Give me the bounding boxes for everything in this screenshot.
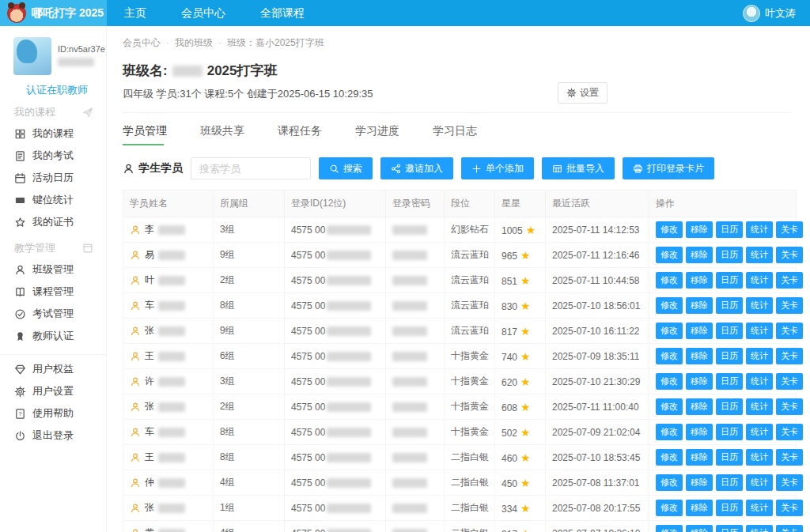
row-action-修改[interactable]: 修改	[656, 297, 683, 314]
row-action-统计[interactable]: 统计	[746, 525, 773, 532]
toolbar-button-邀请加入[interactable]: 邀请加入	[380, 157, 453, 179]
row-action-移除[interactable]: 移除	[686, 348, 713, 364]
row-action-移除[interactable]: 移除	[686, 221, 713, 238]
sidebar-item[interactable]: 课程管理	[0, 281, 106, 303]
row-action-统计[interactable]: 统计	[746, 272, 773, 289]
row-action-统计[interactable]: 统计	[746, 449, 773, 466]
row-action-修改[interactable]: 修改	[656, 449, 683, 466]
tab-学习进度[interactable]: 学习进度	[355, 124, 399, 145]
toolbar-button-打印登录卡片[interactable]: 打印登录卡片	[623, 157, 714, 179]
topbar-user[interactable]: 叶文涛	[743, 0, 810, 26]
row-action-关卡[interactable]: 关卡	[776, 323, 803, 339]
row-action-日历[interactable]: 日历	[716, 424, 743, 440]
row-action-移除[interactable]: 移除	[686, 373, 713, 390]
row-action-统计[interactable]: 统计	[746, 424, 773, 440]
sidebar-item[interactable]: 我的证书	[0, 211, 106, 233]
profile-avatar[interactable]	[13, 37, 51, 75]
row-action-日历[interactable]: 日历	[716, 500, 743, 516]
row-action-日历[interactable]: 日历	[716, 525, 743, 532]
search-input[interactable]	[191, 157, 311, 179]
row-action-日历[interactable]: 日历	[716, 297, 743, 314]
toolbar-button-搜索[interactable]: 搜索	[319, 157, 373, 179]
row-action-日历[interactable]: 日历	[716, 398, 743, 415]
row-action-日历[interactable]: 日历	[716, 323, 743, 339]
toolbar-label-text: 学生学员	[138, 161, 183, 175]
topbar-nav-item-1[interactable]: 会员中心	[164, 0, 243, 26]
breadcrumb-part-0[interactable]: 会员中心	[123, 37, 161, 48]
sidebar-item[interactable]: 用户设置	[0, 380, 106, 402]
tab-学员管理[interactable]: 学员管理	[123, 124, 167, 145]
sidebar-item[interactable]: 用户权益	[0, 358, 106, 380]
row-action-关卡[interactable]: 关卡	[776, 272, 803, 289]
row-action-移除[interactable]: 移除	[686, 323, 713, 339]
cert-teacher-link[interactable]: 认证在职教师	[26, 83, 106, 97]
sidebar-item[interactable]: 考试管理	[0, 303, 106, 325]
row-action-统计[interactable]: 统计	[746, 297, 773, 314]
row-action-移除[interactable]: 移除	[686, 449, 713, 466]
row-action-修改[interactable]: 修改	[656, 348, 683, 364]
sidebar-item[interactable]: 班级管理	[0, 258, 106, 281]
row-action-修改[interactable]: 修改	[656, 247, 683, 263]
row-action-关卡[interactable]: 关卡	[776, 348, 803, 364]
sidebar-item[interactable]: 退出登录	[0, 424, 106, 447]
sidebar-item[interactable]: 键位统计	[0, 189, 106, 211]
row-action-关卡[interactable]: 关卡	[776, 474, 803, 491]
sidebar-item[interactable]: 活动日历	[0, 167, 106, 189]
tab-班级共享[interactable]: 班级共享	[200, 124, 244, 145]
row-action-关卡[interactable]: 关卡	[776, 398, 803, 415]
row-action-统计[interactable]: 统计	[746, 221, 773, 238]
row-action-关卡[interactable]: 关卡	[776, 525, 803, 532]
topbar-nav-item-2[interactable]: 全部课程	[243, 0, 322, 26]
row-action-修改[interactable]: 修改	[656, 500, 683, 516]
row-action-统计[interactable]: 统计	[746, 373, 773, 390]
row-action-修改[interactable]: 修改	[656, 398, 683, 415]
row-action-统计[interactable]: 统计	[746, 247, 773, 263]
row-action-修改[interactable]: 修改	[656, 323, 683, 339]
row-action-统计[interactable]: 统计	[746, 398, 773, 415]
sidebar-item[interactable]: ?使用帮助	[0, 402, 106, 424]
row-action-移除[interactable]: 移除	[686, 398, 713, 415]
toolbar-button-单个添加[interactable]: 单个添加	[461, 157, 534, 179]
app-logo[interactable]: 哪吒打字 2025	[0, 0, 107, 26]
tab-课程任务[interactable]: 课程任务	[278, 124, 322, 145]
toolbar-button-批量导入[interactable]: 批量导入	[542, 157, 615, 179]
row-action-关卡[interactable]: 关卡	[776, 297, 803, 314]
topbar-nav-item-0[interactable]: 主页	[107, 0, 164, 26]
row-action-移除[interactable]: 移除	[686, 500, 713, 516]
row-action-修改[interactable]: 修改	[656, 272, 683, 289]
row-action-日历[interactable]: 日历	[716, 272, 743, 289]
row-action-统计[interactable]: 统计	[746, 500, 773, 516]
row-action-关卡[interactable]: 关卡	[776, 449, 803, 466]
breadcrumb-part-1[interactable]: 我的班级	[175, 37, 213, 48]
row-action-日历[interactable]: 日历	[716, 474, 743, 491]
row-action-日历[interactable]: 日历	[716, 247, 743, 263]
row-action-移除[interactable]: 移除	[686, 424, 713, 440]
row-action-修改[interactable]: 修改	[656, 474, 683, 491]
row-action-修改[interactable]: 修改	[656, 424, 683, 440]
row-action-日历[interactable]: 日历	[716, 373, 743, 390]
settings-button[interactable]: 设置	[558, 82, 608, 104]
row-action-关卡[interactable]: 关卡	[776, 247, 803, 263]
row-action-移除[interactable]: 移除	[686, 272, 713, 289]
sidebar-item[interactable]: 教师认证	[0, 325, 106, 347]
row-action-修改[interactable]: 修改	[656, 373, 683, 390]
row-action-移除[interactable]: 移除	[686, 525, 713, 532]
row-action-日历[interactable]: 日历	[716, 221, 743, 238]
row-action-移除[interactable]: 移除	[686, 247, 713, 263]
row-action-统计[interactable]: 统计	[746, 474, 773, 491]
row-action-关卡[interactable]: 关卡	[776, 221, 803, 238]
row-action-移除[interactable]: 移除	[686, 474, 713, 491]
row-action-修改[interactable]: 修改	[656, 221, 683, 238]
tab-学习日志[interactable]: 学习日志	[433, 124, 477, 145]
row-action-日历[interactable]: 日历	[716, 449, 743, 466]
sidebar-item[interactable]: 我的考试	[0, 145, 106, 167]
row-action-修改[interactable]: 修改	[656, 525, 683, 532]
row-action-移除[interactable]: 移除	[686, 297, 713, 314]
sidebar-item[interactable]: 我的课程	[0, 123, 106, 145]
row-action-日历[interactable]: 日历	[716, 348, 743, 364]
row-action-统计[interactable]: 统计	[746, 348, 773, 364]
row-action-统计[interactable]: 统计	[746, 323, 773, 339]
row-action-关卡[interactable]: 关卡	[776, 424, 803, 440]
row-action-关卡[interactable]: 关卡	[776, 373, 803, 390]
row-action-关卡[interactable]: 关卡	[776, 500, 803, 516]
